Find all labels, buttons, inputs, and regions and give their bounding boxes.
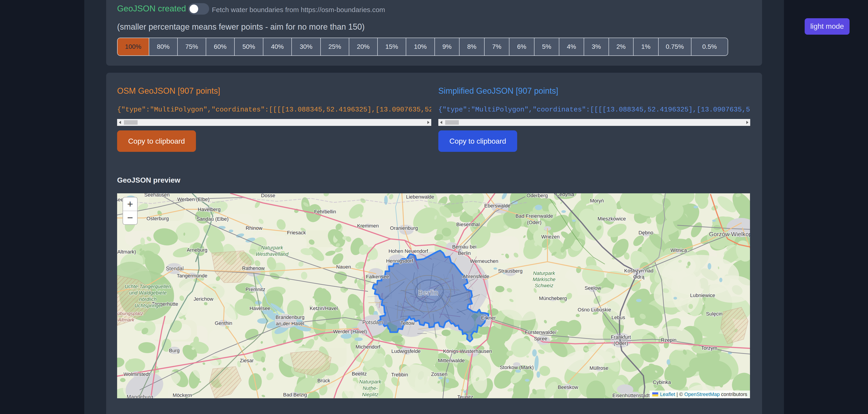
svg-text:Rhinow: Rhinow <box>246 225 262 231</box>
svg-text:Altmark: Altmark <box>118 317 135 322</box>
svg-text:Dębno: Dębno <box>639 230 653 236</box>
svg-text:Lubniewice: Lubniewice <box>690 293 715 298</box>
svg-text:Ahrensfelde: Ahrensfelde <box>463 273 489 279</box>
svg-text:Möckern: Möckern <box>173 392 192 398</box>
svg-text:Naturpark: Naturpark <box>533 270 555 276</box>
svg-text:Rzepin: Rzepin <box>661 337 676 343</box>
svg-text:Seelow: Seelow <box>585 285 601 291</box>
svg-text:Friesack: Friesack <box>287 230 306 236</box>
svg-text:Bad Belzig: Bad Belzig <box>283 392 307 397</box>
svg-text:Mittenwalde: Mittenwalde <box>438 358 465 363</box>
svg-text:Kremmen: Kremmen <box>357 223 379 229</box>
svg-text:Westhavelland: Westhavelland <box>256 251 289 257</box>
svg-text:(Oder): (Oder) <box>527 219 541 225</box>
svg-text:Berlin: Berlin <box>418 289 439 296</box>
svg-text:Ketzin/Havel: Ketzin/Havel <box>310 305 338 311</box>
svg-text:Zossen: Zossen <box>431 372 447 377</box>
svg-text:Ludwigsfelde: Ludwigsfelde <box>392 348 421 354</box>
svg-text:Dosse: Dosse <box>261 193 275 198</box>
svg-text:Premnitz: Premnitz <box>246 287 266 292</box>
svg-text:Odrą: Odrą <box>633 274 645 280</box>
svg-text:nördlich: nördlich <box>139 296 156 302</box>
svg-text:Storkow (Mark): Storkow (Mark) <box>500 364 533 370</box>
svg-text:Falkensee: Falkensee <box>366 274 389 279</box>
svg-text:Lebus: Lebus <box>612 315 625 320</box>
svg-text:Gorzów Wielkop: Gorzów Wielkop <box>709 231 750 238</box>
svg-text:penübungsplatz: penübungsplatz <box>117 311 143 316</box>
svg-text:Nuthe-: Nuthe- <box>363 385 378 391</box>
svg-text:Michendorf: Michendorf <box>355 344 381 350</box>
svg-text:Oranienburg: Oranienburg <box>390 225 418 231</box>
svg-text:Moryń: Moryń <box>590 198 604 204</box>
svg-text:Stendal: Stendal <box>166 266 184 271</box>
svg-text:Havelberg: Havelberg <box>198 207 220 212</box>
svg-text:Cybinka: Cybinka <box>653 379 671 385</box>
svg-text:Naturpark: Naturpark <box>359 379 381 385</box>
svg-text:Werben (Elbe): Werben (Elbe) <box>177 197 209 202</box>
svg-text:Oderberg: Oderberg <box>527 193 548 198</box>
svg-text:Uchtspringe: Uchtspringe <box>134 303 161 308</box>
svg-text:Beeskow: Beeskow <box>558 384 578 390</box>
svg-text:Werneuchen: Werneuchen <box>470 258 498 264</box>
svg-text:Trebbin: Trebbin <box>391 372 408 378</box>
svg-text:Tangermünde: Tangermünde <box>177 273 208 278</box>
svg-text:Wriezen: Wriezen <box>541 234 560 240</box>
svg-text:Eisenhüttenstadt: Eisenhüttenstadt <box>612 392 650 398</box>
svg-text:Burg: Burg <box>169 348 180 353</box>
svg-text:Rathenow: Rathenow <box>242 265 265 271</box>
svg-text:Sandau (Elbe): Sandau (Elbe) <box>196 216 229 222</box>
svg-text:Berlin: Berlin <box>458 250 471 256</box>
svg-text:Eberswalde: Eberswalde <box>484 203 510 209</box>
svg-text:Torzym: Torzym <box>701 345 717 351</box>
svg-text:Kostrzyn nad: Kostrzyn nad <box>624 268 653 273</box>
svg-text:Arneburg: Arneburg <box>187 247 208 253</box>
svg-text:an der Havel: an der Havel <box>276 321 304 326</box>
svg-text:Königs Wusterhausen: Königs Wusterhausen <box>443 348 492 354</box>
svg-text:Nieplitz: Nieplitz <box>362 392 378 397</box>
svg-text:Wolmirstedt: Wolmirstedt <box>123 372 150 377</box>
svg-text:Nauen: Nauen <box>336 264 351 270</box>
svg-text:(Oder): (Oder) <box>614 341 628 346</box>
svg-text:Beelitz: Beelitz <box>352 371 367 377</box>
svg-text:Hennigsdorf: Hennigsdorf <box>386 258 413 264</box>
svg-text:Havelsee: Havelsee <box>249 305 271 311</box>
svg-text:Müllrose: Müllrose <box>589 365 608 371</box>
svg-text:Ziesar: Ziesar <box>240 358 254 363</box>
svg-text:Biesenthal: Biesenthal <box>456 221 480 227</box>
svg-text:Ośno Lubuskie: Ośno Lubuskie <box>578 307 611 313</box>
svg-text:Märkische: Märkische <box>533 276 555 282</box>
svg-text:Jerichow: Jerichow <box>194 296 214 302</box>
svg-text:rk (Altmark): rk (Altmark) <box>117 249 136 255</box>
svg-text:Fehrbellin: Fehrbellin <box>314 209 336 214</box>
svg-text:Werder (Havel): Werder (Havel) <box>333 329 367 334</box>
svg-text:Magdeburg: Magdeburg <box>127 394 153 398</box>
svg-text:Teltow: Teltow <box>401 320 415 326</box>
svg-text:und Waldgebiete: und Waldgebiete <box>129 290 167 296</box>
svg-text:Witnica: Witnica <box>671 247 687 253</box>
svg-text:Bad Freienwalde: Bad Freienwalde <box>515 213 553 219</box>
svg-text:Seehausen: Seehausen <box>144 193 169 198</box>
svg-text:Hohen Neuendorf: Hohen Neuendorf <box>389 248 428 254</box>
svg-text:Brück: Brück <box>317 378 330 383</box>
svg-text:Mieszkowice: Mieszkowice <box>597 216 626 221</box>
svg-text:Erkner: Erkner <box>481 315 496 321</box>
svg-text:Genthin: Genthin <box>215 320 232 326</box>
svg-text:Liebenwalde: Liebenwalde <box>406 194 434 200</box>
svg-text:Schweiz: Schweiz <box>535 283 553 288</box>
svg-text:Fürstenwalde/: Fürstenwalde/ <box>525 329 557 335</box>
svg-text:Strausberg: Strausberg <box>498 268 523 274</box>
svg-text:Frankfurt: Frankfurt <box>611 334 631 340</box>
svg-text:Uchte-Tangerquellen: Uchte-Tangerquellen <box>125 284 171 289</box>
svg-text:Brandenburg: Brandenburg <box>275 314 304 320</box>
svg-text:Cedynia: Cedynia <box>556 193 574 197</box>
svg-text:Naturpark: Naturpark <box>261 245 283 250</box>
svg-text:Potsdam: Potsdam <box>363 319 383 325</box>
svg-text:Spree: Spree <box>534 336 548 342</box>
svg-text:Sulęcin: Sulęcin <box>706 311 722 317</box>
svg-text:Osterburg: Osterburg <box>147 216 169 221</box>
svg-text:Teupitz: Teupitz <box>457 394 473 398</box>
svg-text:Bernau bei: Bernau bei <box>452 244 476 249</box>
svg-text:Müncheberg: Müncheberg <box>539 295 567 301</box>
